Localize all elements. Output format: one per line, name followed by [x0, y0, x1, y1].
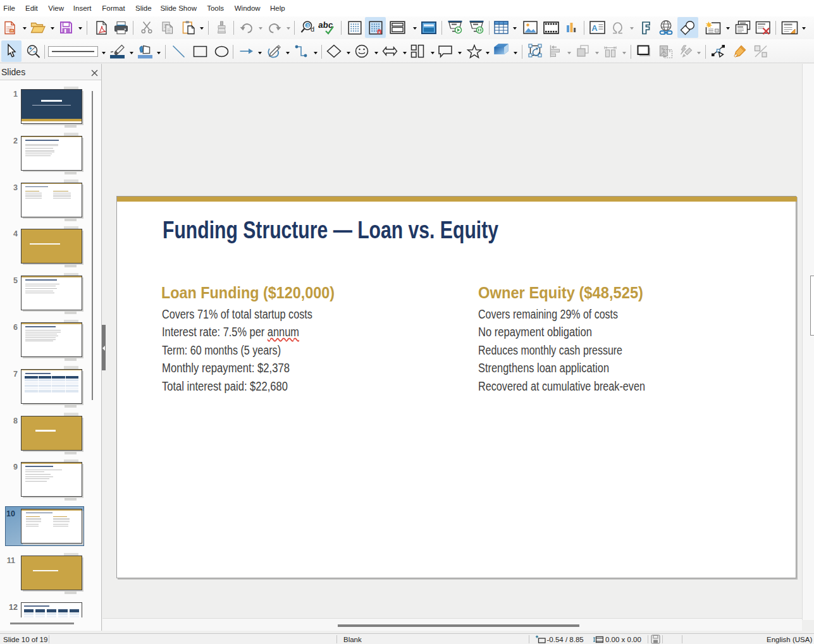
svg-text:a: a — [306, 22, 309, 28]
svg-text:A: A — [591, 23, 598, 33]
svg-text:d: d — [311, 25, 314, 33]
